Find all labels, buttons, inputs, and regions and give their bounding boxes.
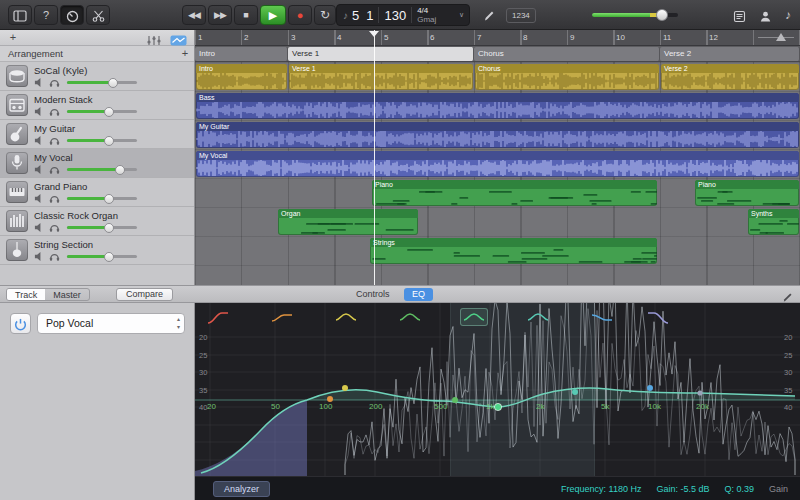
- solo-icon[interactable]: [49, 222, 60, 233]
- volume-slider[interactable]: [67, 81, 137, 84]
- region-synths[interactable]: Synths: [748, 209, 799, 235]
- media-browser-button[interactable]: ♪: [778, 5, 798, 25]
- track-row-classic-rock-organ[interactable]: Classic Rock Organ: [0, 207, 194, 236]
- playhead-handle[interactable]: [369, 31, 379, 37]
- volume-knob[interactable]: [656, 9, 668, 21]
- band-icon-bell-2[interactable]: [396, 308, 424, 326]
- compare-button[interactable]: Compare: [116, 288, 173, 301]
- key-signature[interactable]: Gmaj: [417, 15, 436, 24]
- region-drummer-verse1[interactable]: Verse 1: [289, 64, 473, 90]
- lcd-bar[interactable]: 5: [352, 8, 359, 23]
- record-button[interactable]: ●: [288, 5, 312, 25]
- timeline-lanes[interactable]: Intro Verse 1 Chorus Verse 2 Bass My Gui…: [195, 62, 800, 285]
- band-icon-bell-4[interactable]: [524, 308, 552, 326]
- track-row-my-guitar[interactable]: My Guitar: [0, 120, 194, 149]
- band-icon-bell-1[interactable]: [332, 308, 360, 326]
- count-in-button[interactable]: 1234: [506, 8, 536, 23]
- arrangement-marker-verse1[interactable]: Verse 1: [288, 47, 474, 61]
- band-icon-lowpass[interactable]: [644, 308, 672, 326]
- timeline-ruler[interactable]: 1 2 3 4 5 6 7 8 9 10 11 12: [195, 30, 800, 46]
- arrangement-marker-intro[interactable]: Intro: [195, 47, 288, 61]
- solo-icon[interactable]: [49, 106, 60, 117]
- region-piano-a[interactable]: Piano: [372, 180, 657, 206]
- region-drummer-chorus[interactable]: Chorus: [475, 64, 659, 90]
- region-my-guitar[interactable]: My Guitar: [196, 122, 799, 148]
- notepad-button[interactable]: [728, 5, 750, 25]
- time-signature[interactable]: 4/4: [417, 6, 436, 15]
- frequency-readout[interactable]: Frequency: 1180 Hz: [561, 484, 641, 494]
- track-row-grand-piano[interactable]: Grand Piano: [0, 178, 194, 207]
- region-drummer-intro[interactable]: Intro: [196, 64, 287, 90]
- track-row-string-section[interactable]: String Section: [0, 236, 194, 265]
- analyzer-button[interactable]: Analyzer: [213, 481, 270, 497]
- eq-graph[interactable]: [195, 303, 800, 476]
- add-arrangement-marker-button[interactable]: +: [178, 47, 192, 59]
- region-organ[interactable]: Organ: [278, 209, 418, 235]
- volume-slider[interactable]: [67, 110, 137, 113]
- volume-slider[interactable]: [67, 139, 137, 142]
- arrangement-marker-chorus[interactable]: Chorus: [474, 47, 660, 61]
- mute-icon[interactable]: [34, 164, 45, 175]
- tuner-button[interactable]: [478, 5, 500, 25]
- cycle-button[interactable]: ↻: [314, 5, 336, 25]
- editors-button[interactable]: [86, 5, 110, 25]
- volume-slider[interactable]: [67, 197, 137, 200]
- track-row-my-vocal[interactable]: My Vocal: [0, 149, 194, 178]
- playhead[interactable]: [374, 30, 375, 285]
- add-track-button[interactable]: +: [6, 31, 20, 43]
- forward-button[interactable]: ▶▶: [208, 5, 232, 25]
- band-icon-low-shelf[interactable]: [268, 308, 296, 326]
- zoom-slider[interactable]: [754, 30, 798, 45]
- rewind-button[interactable]: ◀◀: [182, 5, 206, 25]
- band-icon-highpass[interactable]: [204, 308, 232, 326]
- q-readout[interactable]: Q: 0.39: [724, 484, 754, 494]
- mute-icon[interactable]: [34, 106, 45, 117]
- tab-master[interactable]: Master: [45, 289, 89, 300]
- region-drummer-verse2[interactable]: Verse 2: [661, 64, 799, 90]
- tab-eq[interactable]: EQ: [404, 288, 433, 301]
- band-icon-high-shelf[interactable]: [588, 308, 616, 326]
- master-volume-slider[interactable]: [592, 13, 678, 17]
- region-piano-b[interactable]: Piano: [695, 180, 799, 206]
- mute-icon[interactable]: [34, 77, 45, 88]
- lcd-key-signature[interactable]: 4/4 Gmaj: [417, 6, 436, 24]
- solo-icon[interactable]: [49, 164, 60, 175]
- mute-icon[interactable]: [34, 193, 45, 204]
- lcd-beat[interactable]: 1: [366, 8, 373, 23]
- volume-slider[interactable]: [67, 255, 137, 258]
- track-row-modern-stack[interactable]: Modern Stack: [0, 91, 194, 120]
- region-strings[interactable]: Strings: [370, 238, 657, 264]
- volume-slider[interactable]: [67, 226, 137, 229]
- solo-icon[interactable]: [49, 135, 60, 146]
- zoom-knob[interactable]: [776, 33, 786, 41]
- band-icon-bell-3-selected[interactable]: [460, 308, 488, 326]
- preset-popup[interactable]: Pop Vocal ▴ ▾: [37, 313, 185, 334]
- track-row-socal[interactable]: SoCal (Kyle): [0, 62, 194, 91]
- solo-icon[interactable]: [49, 193, 60, 204]
- arrangement-marker-verse2[interactable]: Verse 2: [660, 47, 800, 61]
- arrangement-row[interactable]: Arrangement +: [0, 46, 194, 62]
- tab-controls[interactable]: Controls: [356, 289, 390, 299]
- region-bass[interactable]: Bass: [196, 93, 799, 119]
- lcd-mode-icon[interactable]: ♪: [337, 10, 352, 21]
- tab-track[interactable]: Track: [7, 289, 45, 300]
- mute-icon[interactable]: [34, 251, 45, 262]
- mute-icon[interactable]: [34, 222, 45, 233]
- volume-slider[interactable]: [67, 168, 137, 171]
- plugin-power-button[interactable]: [10, 313, 31, 334]
- preset-stepper[interactable]: ▴ ▾: [177, 315, 180, 331]
- gain-readout[interactable]: Gain: -5.5 dB: [656, 484, 709, 494]
- lcd-chevron-icon[interactable]: ∨: [459, 11, 469, 19]
- solo-icon[interactable]: [49, 251, 60, 262]
- region-my-vocal[interactable]: My Vocal: [196, 151, 799, 177]
- stop-button[interactable]: ■: [234, 5, 258, 25]
- loop-browser-button[interactable]: [754, 5, 776, 25]
- lcd-display[interactable]: ♪ 5 1 130 4/4 Gmaj ∨: [336, 4, 470, 26]
- play-button[interactable]: ▶: [260, 5, 286, 25]
- solo-icon[interactable]: [49, 77, 60, 88]
- smart-controls-button[interactable]: [60, 5, 84, 25]
- quick-help-button[interactable]: ?: [34, 5, 58, 25]
- mute-icon[interactable]: [34, 135, 45, 146]
- library-button[interactable]: [8, 5, 32, 25]
- lcd-tempo[interactable]: 130: [384, 8, 406, 23]
